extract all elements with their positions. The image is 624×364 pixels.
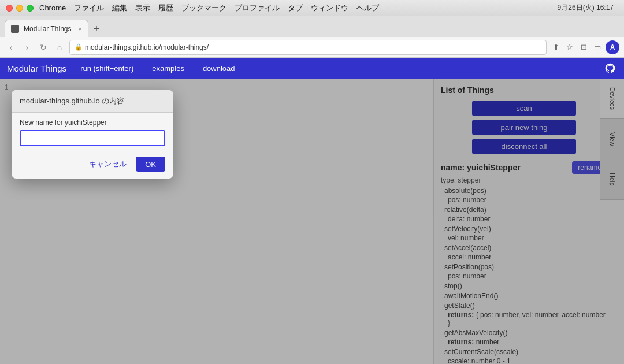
refresh-button[interactable]: ↻ bbox=[37, 41, 50, 54]
help-menu-item[interactable]: ヘルプ bbox=[356, 3, 379, 13]
tab-close-button[interactable]: × bbox=[79, 25, 82, 32]
profile-icon[interactable]: A bbox=[606, 40, 619, 54]
modal-ok-button[interactable]: OK bbox=[136, 157, 165, 172]
datetime-display: 9月26日(火) 16:17 bbox=[558, 3, 614, 13]
download-button[interactable]: download bbox=[198, 62, 240, 75]
main-area: 1 List of Things scan pair new thing dis… bbox=[0, 79, 624, 364]
traffic-lights bbox=[6, 5, 34, 12]
modal-footer: キャンセル OK bbox=[12, 152, 173, 179]
modal-input[interactable] bbox=[20, 130, 165, 146]
title-bar: Chrome ファイル 編集 表示 履歴 ブックマーク プロファイル タブ ウィ… bbox=[0, 0, 624, 16]
maximize-window-button[interactable] bbox=[27, 5, 34, 12]
minimize-window-button[interactable] bbox=[16, 5, 23, 12]
close-window-button[interactable] bbox=[6, 5, 13, 12]
extensions-icon[interactable]: ⊡ bbox=[578, 42, 589, 53]
app-title: Modular Things bbox=[7, 64, 66, 73]
share-icon[interactable]: ⬆ bbox=[550, 42, 562, 53]
file-menu-item[interactable]: ファイル bbox=[74, 3, 104, 13]
url-text: modular-things.github.io/modular-things/ bbox=[85, 43, 209, 51]
modal-site-title: modular-things.github.io の内容 bbox=[20, 96, 124, 105]
back-button[interactable]: ‹ bbox=[5, 41, 17, 54]
active-tab[interactable]: Modular Things × bbox=[5, 20, 88, 37]
new-tab-button[interactable]: + bbox=[88, 21, 105, 37]
modal-label: New name for yuichiStepper bbox=[20, 118, 165, 127]
tab-bar: Modular Things × + bbox=[0, 16, 624, 37]
address-icons: ⬆ ☆ ⊡ ▭ A bbox=[550, 40, 619, 54]
tab-favicon bbox=[11, 25, 19, 33]
edit-menu-item[interactable]: 編集 bbox=[112, 3, 127, 13]
home-button[interactable]: ⌂ bbox=[53, 41, 66, 54]
modal-cancel-button[interactable]: キャンセル bbox=[84, 157, 131, 172]
tab-title: Modular Things bbox=[24, 25, 72, 33]
modal-dialog: modular-things.github.io の内容 New name fo… bbox=[12, 90, 173, 179]
tab-menu-item[interactable]: タブ bbox=[288, 3, 303, 13]
bookmarks-menu-item[interactable]: ブックマーク bbox=[181, 3, 226, 13]
address-bar: ‹ › ↻ ⌂ 🔒 modular-things.github.io/modul… bbox=[0, 37, 624, 58]
bookmark-icon[interactable]: ☆ bbox=[564, 42, 575, 53]
modal-header: modular-things.github.io の内容 bbox=[12, 90, 173, 113]
window-menu-item[interactable]: ウィンドウ bbox=[311, 3, 348, 13]
menu-bar: Chrome ファイル 編集 表示 履歴 ブックマーク プロファイル タブ ウィ… bbox=[39, 3, 379, 13]
chrome-menu-item[interactable]: Chrome bbox=[39, 3, 66, 12]
history-menu-item[interactable]: 履歴 bbox=[158, 3, 173, 13]
modal-overlay: modular-things.github.io の内容 New name fo… bbox=[0, 79, 624, 364]
run-button[interactable]: run (shift+enter) bbox=[76, 62, 138, 75]
forward-button[interactable]: › bbox=[21, 41, 34, 54]
view-menu-item[interactable]: 表示 bbox=[135, 3, 150, 13]
url-input[interactable]: 🔒 modular-things.github.io/modular-thing… bbox=[69, 40, 547, 55]
examples-button[interactable]: examples bbox=[147, 62, 189, 75]
sidebar-toggle-icon[interactable]: ▭ bbox=[592, 42, 603, 53]
app-header: Modular Things run (shift+enter) example… bbox=[0, 58, 624, 79]
profile-menu-item[interactable]: プロファイル bbox=[235, 3, 280, 13]
modal-body: New name for yuichiStepper bbox=[12, 113, 173, 152]
github-icon[interactable] bbox=[603, 61, 617, 75]
